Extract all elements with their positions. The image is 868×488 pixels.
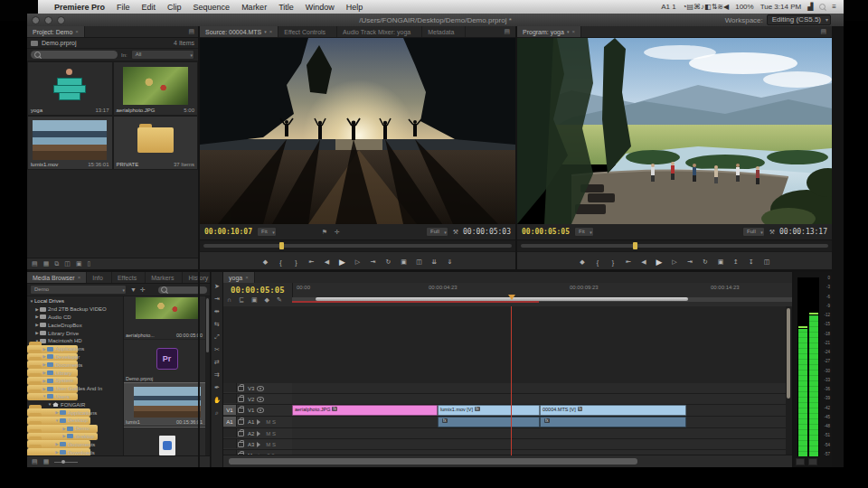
input-source-badge[interactable]: A1 1 bbox=[661, 3, 675, 11]
panel-menu-icon[interactable]: ▤ bbox=[500, 28, 514, 35]
media-browser-tree-item[interactable]: ▼ Users bbox=[27, 393, 78, 401]
menu-item[interactable]: File bbox=[117, 3, 130, 12]
set-marker-icon[interactable]: ▣ bbox=[251, 296, 258, 304]
project-search-input[interactable] bbox=[31, 51, 118, 59]
menu-clock[interactable]: Tue 3:14 PM bbox=[760, 3, 802, 11]
hand-tool[interactable]: ✋ bbox=[213, 397, 222, 404]
menu-item[interactable]: Marker bbox=[241, 3, 267, 12]
menu-item[interactable]: Premiere Pro bbox=[54, 3, 105, 12]
menu-status-icon[interactable]: ▤ bbox=[687, 3, 694, 11]
media-browser-file[interactable]: lumix1 00:15:36:01 bbox=[124, 383, 210, 427]
source-settings-wrench-icon[interactable]: ⚒ bbox=[453, 229, 458, 236]
menu-item[interactable]: Title bbox=[278, 3, 294, 12]
icon-view-icon[interactable]: ▦ bbox=[43, 260, 50, 267]
source-patch-indicator[interactable] bbox=[223, 394, 237, 403]
go-to-in-button[interactable]: ⇤ bbox=[307, 258, 316, 266]
tab-project[interactable]: Project: Demo× bbox=[27, 26, 85, 37]
source-video-frame[interactable] bbox=[200, 38, 515, 224]
menu-item[interactable]: Help bbox=[346, 3, 363, 12]
track-lock-icon[interactable] bbox=[238, 442, 244, 447]
video-track-header[interactable]: V3 bbox=[223, 383, 292, 394]
project-item[interactable]: aerialphoto.JPG 5:00 bbox=[113, 61, 199, 116]
menu-status-icon[interactable]: ◧ bbox=[704, 3, 712, 11]
mark-in-button[interactable]: { bbox=[277, 259, 286, 266]
add-marker-button[interactable]: ◆ bbox=[261, 258, 270, 266]
timeline-video-clip[interactable]: 00004.MTS [V]fx bbox=[540, 405, 686, 416]
program-current-timecode[interactable]: 00:00:05:05 bbox=[522, 228, 570, 236]
audio-track-header[interactable]: A2 M S bbox=[223, 428, 292, 439]
track-lock-icon[interactable] bbox=[238, 386, 244, 391]
timeline-video-clip[interactable]: lumix1.mov [V]fx bbox=[438, 405, 540, 416]
audio-track-content[interactable] bbox=[292, 428, 786, 439]
source-patch-indicator[interactable] bbox=[223, 383, 237, 392]
panel-menu-icon[interactable]: ▤ bbox=[184, 26, 198, 37]
timeline-video-clip[interactable]: aerialphoto.JPGfx bbox=[292, 405, 438, 416]
snap-icon[interactable]: ∩ bbox=[227, 296, 231, 304]
track-lock-icon[interactable] bbox=[238, 408, 244, 413]
timeline-playhead-line[interactable] bbox=[511, 306, 512, 455]
menu-status-icon[interactable]: ◀ bbox=[723, 3, 729, 11]
media-browser-tab[interactable]: Info bbox=[87, 272, 112, 283]
timeline-horizontal-scrollbar[interactable] bbox=[223, 455, 792, 467]
pen-tool[interactable]: ✒ bbox=[214, 384, 220, 391]
media-browser-file[interactable]: aerialphoto... 00:00:05:00 bbox=[124, 296, 210, 340]
program-resolution-dropdown[interactable]: Full bbox=[742, 227, 765, 237]
selection-tool[interactable]: ➤ bbox=[214, 283, 220, 290]
track-speaker-icon[interactable] bbox=[257, 431, 263, 436]
program-monitor-tab[interactable]: Program: yoga▾× bbox=[517, 26, 581, 37]
media-browser-tab[interactable]: Effects bbox=[112, 272, 146, 283]
mark-in-button[interactable]: { bbox=[593, 259, 602, 266]
track-select-tool[interactable]: ⇥ bbox=[214, 296, 220, 303]
mark-out-button[interactable]: } bbox=[609, 259, 618, 266]
track-lock-icon[interactable] bbox=[238, 397, 244, 402]
encore-chapter-marker-icon[interactable]: ⊑ bbox=[239, 296, 244, 304]
notification-list-icon[interactable]: ≡ bbox=[832, 3, 836, 11]
timeline-vertical-scrollbar[interactable] bbox=[786, 306, 792, 455]
source-patch-indicator[interactable]: V1 bbox=[223, 405, 237, 415]
meter-option-button[interactable] bbox=[808, 458, 817, 465]
media-browser-location-dropdown[interactable]: Demo bbox=[30, 285, 127, 295]
track-output-eye-icon[interactable] bbox=[257, 408, 264, 413]
workspace-dropdown[interactable]: Editing (CS5.5) bbox=[767, 14, 831, 25]
track-speaker-icon[interactable] bbox=[257, 442, 263, 447]
track-lock-icon[interactable] bbox=[238, 431, 244, 436]
menu-item[interactable]: Edit bbox=[142, 3, 156, 12]
program-zoom-dropdown[interactable]: Fit bbox=[574, 227, 594, 237]
project-item[interactable]: PRIVATE 37 Items bbox=[113, 116, 199, 170]
add-marker-button[interactable]: ◆ bbox=[578, 258, 587, 266]
minimize-window-button[interactable] bbox=[44, 16, 52, 24]
view-options-icon[interactable]: ✛ bbox=[140, 286, 146, 294]
filter-icon[interactable]: ▼ bbox=[130, 286, 137, 293]
step-back-button[interactable]: ◀ bbox=[323, 258, 332, 266]
media-browser-tab[interactable]: Markers bbox=[146, 272, 183, 283]
in-filter-dropdown[interactable]: All bbox=[131, 50, 194, 60]
media-browser-file[interactable]: Pr Demo.prproj bbox=[124, 340, 210, 383]
menu-item[interactable]: Window bbox=[306, 3, 335, 12]
list-view-icon[interactable]: ▤ bbox=[32, 260, 38, 267]
source-patch-indicator[interactable] bbox=[223, 439, 237, 448]
source-current-timecode[interactable]: 00:00:10:07 bbox=[204, 228, 252, 236]
media-browser-tree-item[interactable]: ▼ Local Drives bbox=[27, 297, 123, 305]
timeline-current-timecode[interactable]: 00:00:05:05 bbox=[231, 286, 285, 295]
new-item-icon[interactable]: ◫ bbox=[64, 260, 71, 267]
source-scrubber[interactable] bbox=[200, 239, 515, 251]
insert-button[interactable]: ⇊ bbox=[430, 258, 439, 266]
rolling-edit-tool[interactable]: ⇆ bbox=[214, 321, 220, 328]
media-browser-tree-item[interactable]: ▶ LacieDropBox bbox=[27, 321, 123, 329]
menu-status-icon[interactable]: ⌘ bbox=[693, 3, 701, 11]
slide-tool[interactable]: ⇉ bbox=[214, 371, 220, 379]
thumbnail-view-icon[interactable]: ▦ bbox=[43, 458, 50, 465]
track-speaker-icon[interactable] bbox=[257, 419, 263, 425]
safe-margins-button[interactable]: ▣ bbox=[400, 258, 409, 266]
play-button[interactable]: ▶ bbox=[655, 258, 664, 267]
track-solo-mute[interactable]: M S bbox=[266, 419, 276, 425]
source-monitor-tab[interactable]: Effect Controls bbox=[278, 26, 337, 37]
step-forward-button[interactable]: ▷ bbox=[670, 258, 679, 266]
export-frame-button[interactable]: ◫ bbox=[762, 258, 771, 266]
lift-button[interactable]: ↥ bbox=[731, 258, 741, 266]
program-video-frame[interactable] bbox=[517, 38, 832, 224]
track-lock-icon[interactable] bbox=[238, 419, 244, 425]
extract-button[interactable]: ↧ bbox=[747, 258, 756, 266]
video-track-header[interactable]: V1 V1 bbox=[223, 405, 292, 417]
project-item[interactable]: yoga 13:17 bbox=[27, 61, 113, 116]
